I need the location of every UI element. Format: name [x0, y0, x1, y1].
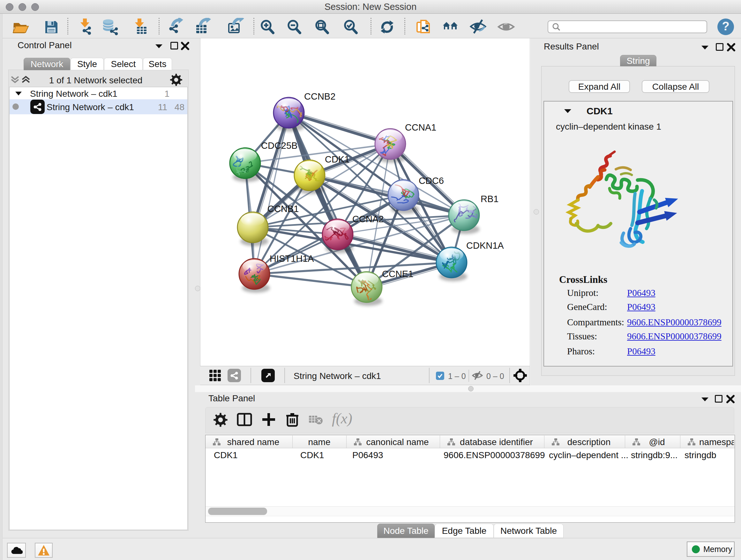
svg-text:CCNA2: CCNA2 — [352, 214, 384, 224]
svg-text:CCNA1: CCNA1 — [405, 122, 436, 132]
svg-text:CDK1: CDK1 — [325, 154, 349, 165]
svg-text:CCNB1: CCNB1 — [267, 204, 299, 214]
svg-text:HIST1H1A: HIST1H1A — [270, 253, 314, 264]
svg-text:CCNB2: CCNB2 — [304, 91, 335, 102]
svg-text:CDC6: CDC6 — [419, 176, 444, 186]
svg-text:RB1: RB1 — [481, 194, 498, 204]
svg-text:CDKN1A: CDKN1A — [466, 240, 504, 251]
svg-text:CDC25B: CDC25B — [261, 140, 297, 151]
svg-text:CCNE1: CCNE1 — [382, 269, 413, 279]
